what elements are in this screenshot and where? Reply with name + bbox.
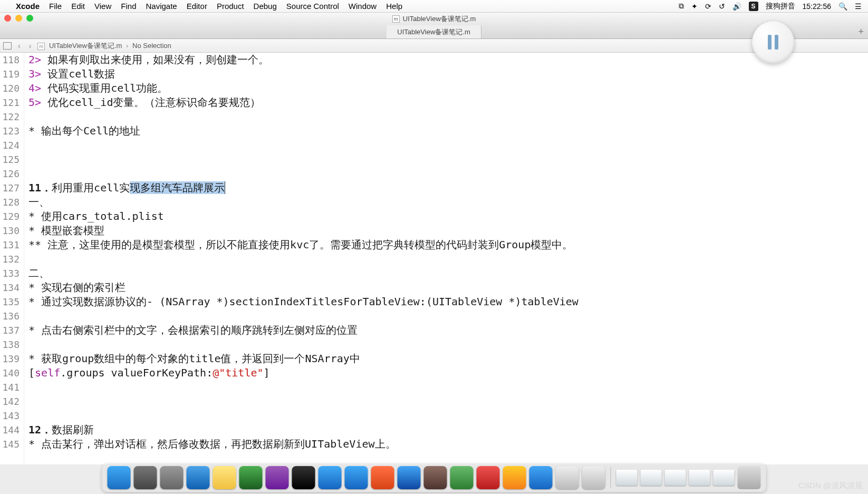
menu-list-icon[interactable]: ☰: [855, 2, 862, 11]
dock-trash[interactable]: [738, 466, 761, 489]
airdrop-icon[interactable]: ✦: [691, 2, 698, 11]
dock-app-app3[interactable]: [450, 466, 474, 489]
code-line[interactable]: * 使用cars_total.plist: [28, 209, 868, 224]
menu-find[interactable]: Find: [121, 2, 136, 11]
menu-help[interactable]: Help: [386, 2, 402, 11]
dock-app-terminal[interactable]: [292, 466, 315, 489]
dock-app-onenote[interactable]: [266, 466, 289, 489]
dock-app-launchpad[interactable]: [160, 466, 184, 489]
file-icon: m: [37, 43, 45, 50]
window-titlebar: m UITableView备课笔记.m: [0, 13, 868, 25]
code-line[interactable]: [28, 380, 868, 394]
code-line[interactable]: [28, 337, 868, 352]
code-line[interactable]: 4> 代码实现重用cell功能。: [28, 81, 868, 95]
code-line[interactable]: [28, 394, 868, 409]
code-line[interactable]: [28, 409, 868, 423]
code-line[interactable]: 5> 优化cell_id变量。（注意标识命名要规范）: [28, 95, 868, 110]
code-content[interactable]: 2> 如果有则取出来使用，如果没有，则创建一个。3> 设置cell数据4> 代码…: [24, 53, 868, 464]
timemachine-icon[interactable]: ↺: [719, 2, 725, 11]
nav-forward-button[interactable]: ›: [27, 42, 34, 50]
code-line[interactable]: [28, 309, 868, 323]
code-line[interactable]: [28, 152, 868, 167]
line-number: 126: [0, 167, 20, 181]
code-line[interactable]: 11．利用重用cell实现多组汽车品牌展示: [28, 181, 868, 195]
menu-editor[interactable]: Editor: [187, 2, 207, 11]
dock-app-safari[interactable]: [187, 466, 210, 489]
dock-app-word[interactable]: [529, 466, 553, 489]
menu-edit[interactable]: Edit: [71, 2, 85, 11]
line-number: 123: [0, 124, 20, 138]
dock-app-settings[interactable]: [134, 466, 157, 489]
line-number: 145: [0, 437, 20, 451]
code-line[interactable]: * 通过实现数据源协议的- (NSArray *)sectionIndexTit…: [28, 295, 868, 309]
dock-app-notes[interactable]: [213, 466, 236, 489]
dock-app-xcode[interactable]: [319, 466, 342, 489]
code-line[interactable]: * 获取group数组中的每个对象的title值，并返回到一个NSArray中: [28, 352, 868, 366]
line-number: 142: [0, 394, 20, 409]
code-line[interactable]: 12．数据刷新: [28, 423, 868, 437]
code-line[interactable]: [28, 138, 868, 152]
nav-back-button[interactable]: ‹: [16, 42, 23, 50]
zoom-window-button[interactable]: [26, 15, 33, 22]
menu-window[interactable]: Window: [349, 2, 377, 11]
code-line[interactable]: 一、: [28, 195, 868, 209]
volume-icon[interactable]: 🔊: [732, 2, 741, 11]
dock-app-app1[interactable]: [398, 466, 421, 489]
macos-menubar: Xcode File Edit View Find Navigate Edito…: [0, 0, 868, 13]
tab-label: UITableView备课笔记.m: [397, 27, 470, 37]
close-window-button[interactable]: [4, 15, 11, 22]
dock-minimized-w5[interactable]: [713, 470, 735, 486]
dock-app-xcode2[interactable]: [345, 466, 368, 489]
menu-source-control[interactable]: Source Control: [286, 2, 339, 11]
dock-app-excel[interactable]: [239, 466, 263, 489]
new-tab-button[interactable]: +: [858, 26, 864, 37]
code-editor[interactable]: 1181191201211221231241251261271281291301…: [0, 53, 868, 464]
menu-product[interactable]: Product: [217, 2, 244, 11]
dock-app-app5[interactable]: [556, 466, 579, 489]
code-line[interactable]: [28, 167, 868, 181]
code-line[interactable]: 2> 如果有则取出来使用，如果没有，则创建一个。: [28, 53, 868, 67]
app-name[interactable]: Xcode: [16, 2, 40, 11]
code-line[interactable]: * 点击右侧索引栏中的文字，会根据索引的顺序跳转到左侧对应的位置: [28, 323, 868, 337]
dock-minimized-w2[interactable]: [641, 470, 662, 486]
code-line[interactable]: * 输出每个Cell的地址: [28, 124, 868, 138]
spotlight-icon[interactable]: 🔍: [838, 2, 847, 11]
screen-record-icon[interactable]: ⧉: [679, 2, 684, 11]
code-line[interactable]: * 点击某行，弹出对话框，然后修改数据，再把数据刷新到UITableView上。: [28, 437, 868, 451]
line-number: 141: [0, 380, 20, 394]
ime-label[interactable]: 搜狗拼音: [766, 2, 795, 11]
screen-record-pause-button[interactable]: [752, 21, 794, 63]
menu-debug[interactable]: Debug: [254, 2, 277, 11]
code-line[interactable]: * 实现右侧的索引栏: [28, 280, 868, 295]
code-line[interactable]: ** 注意，这里使用的是模型套模型，所以不能直接使用kvc了。需要通过把字典转模…: [28, 238, 868, 252]
dock-minimized-w4[interactable]: [689, 470, 710, 486]
code-line[interactable]: * 模型嵌套模型: [28, 224, 868, 238]
minimize-window-button[interactable]: [15, 15, 22, 22]
code-line[interactable]: 3> 设置cell数据: [28, 67, 868, 81]
sync-icon[interactable]: ⟳: [705, 2, 711, 11]
code-line[interactable]: 二、: [28, 266, 868, 280]
dock-minimized-w1[interactable]: [616, 470, 638, 486]
menu-view[interactable]: View: [94, 2, 111, 11]
dock-app-app4[interactable]: [503, 466, 526, 489]
dock-app-app6[interactable]: [582, 466, 605, 489]
code-line[interactable]: [28, 252, 868, 266]
dock-app-finder[interactable]: [108, 466, 131, 489]
related-items-icon[interactable]: [3, 42, 12, 50]
line-number: 133: [0, 266, 20, 280]
ime-badge-icon[interactable]: S: [749, 2, 758, 11]
menubar-clock[interactable]: 15:22:56: [803, 2, 832, 11]
dock-app-pp[interactable]: [371, 466, 394, 489]
menu-file[interactable]: File: [49, 2, 62, 11]
line-number: 131: [0, 238, 20, 252]
code-line[interactable]: [28, 110, 868, 124]
breadcrumb[interactable]: m UITableView备课笔记.m › No Selection: [37, 41, 171, 51]
dock-minimized-w3[interactable]: [665, 470, 686, 486]
code-line[interactable]: [self.groups valueForKeyPath:@"title"]: [28, 366, 868, 380]
file-type-icon: m: [392, 15, 400, 23]
tab-active[interactable]: UITableView备课笔记.m: [387, 25, 481, 38]
menu-navigate[interactable]: Navigate: [146, 2, 177, 11]
dock-app-app2[interactable]: [424, 466, 447, 489]
line-number: 125: [0, 152, 20, 167]
dock-app-filezilla[interactable]: [477, 466, 500, 489]
